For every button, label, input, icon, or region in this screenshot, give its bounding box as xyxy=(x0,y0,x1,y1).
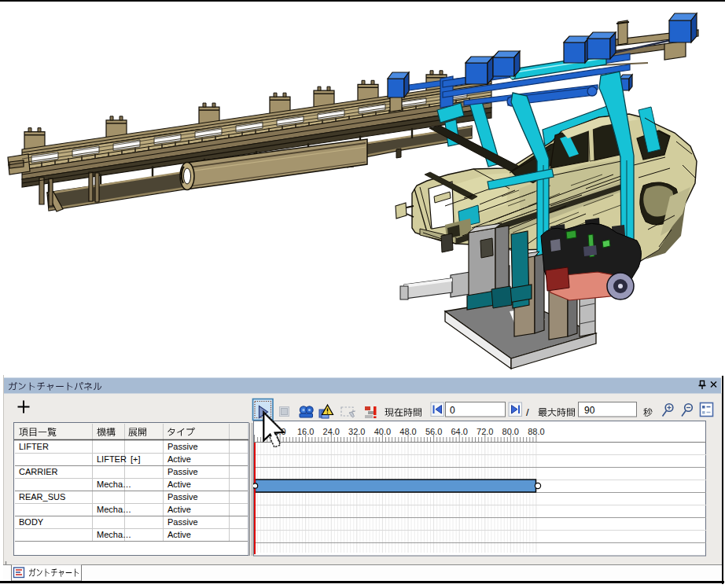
svg-text:Mecha…: Mecha… xyxy=(97,505,131,514)
svg-text:BODY: BODY xyxy=(19,517,44,527)
svg-text:24.0: 24.0 xyxy=(323,427,340,436)
svg-text:0: 0 xyxy=(450,405,455,416)
svg-text:72.0: 72.0 xyxy=(477,427,493,436)
svg-text:Passive: Passive xyxy=(167,517,198,527)
svg-text:Passive: Passive xyxy=(167,492,198,502)
svg-text:Mecha…: Mecha… xyxy=(97,480,131,489)
svg-text:LIFTER: LIFTER xyxy=(19,442,49,451)
svg-text:Mecha…: Mecha… xyxy=(97,530,131,539)
svg-text:40.0: 40.0 xyxy=(374,427,391,436)
svg-text:Active: Active xyxy=(167,505,191,514)
svg-text:32.0: 32.0 xyxy=(348,427,365,436)
svg-text:16.0: 16.0 xyxy=(297,427,314,436)
svg-text:80.0: 80.0 xyxy=(502,427,519,436)
svg-text:Active: Active xyxy=(167,480,191,489)
svg-text:Active: Active xyxy=(167,454,191,464)
svg-text:56.0: 56.0 xyxy=(425,427,442,436)
svg-text:48.0: 48.0 xyxy=(399,427,416,436)
svg-text:90: 90 xyxy=(584,405,595,416)
svg-text:LIFTER: LIFTER xyxy=(97,454,127,464)
svg-text:[+]: [+] xyxy=(131,454,141,464)
svg-text:/: / xyxy=(526,406,529,418)
svg-text:CARRIER: CARRIER xyxy=(19,467,58,476)
svg-text:REAR_SUS: REAR_SUS xyxy=(19,492,65,502)
svg-text:64.0: 64.0 xyxy=(451,427,467,436)
svg-text:Passive: Passive xyxy=(167,467,198,476)
svg-text:Active: Active xyxy=(167,530,191,539)
svg-text:Passive: Passive xyxy=(167,442,198,451)
svg-text:88.0: 88.0 xyxy=(528,427,544,436)
